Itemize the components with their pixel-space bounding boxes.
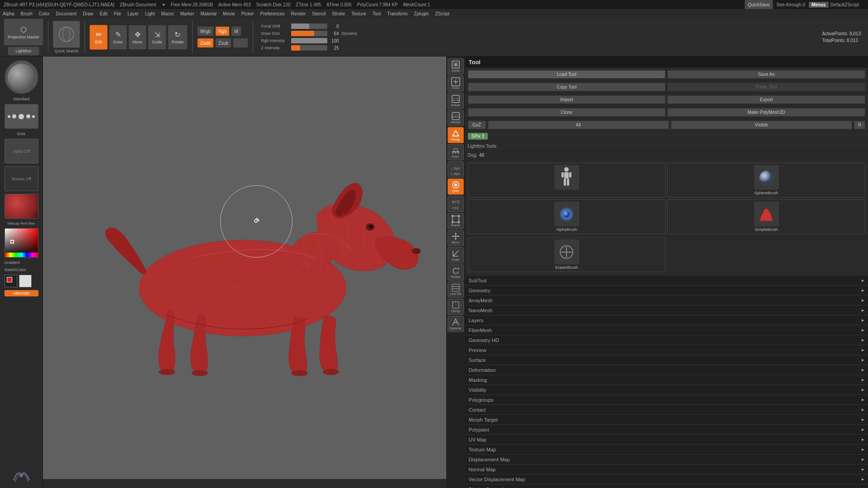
menu-document[interactable]: Document bbox=[56, 11, 77, 16]
menu-stroke[interactable]: Stroke bbox=[332, 11, 345, 16]
layers-section[interactable]: Layers ▸ bbox=[465, 315, 868, 325]
rotate-icon-btn[interactable]: Rotate bbox=[448, 264, 464, 281]
menu-brush[interactable]: Brush bbox=[21, 11, 33, 16]
arraymesh-section[interactable]: ArrayMesh ▸ bbox=[465, 295, 868, 305]
copy-tool-button[interactable]: Copy Tool bbox=[468, 83, 666, 91]
move-button[interactable]: ✥ Move bbox=[128, 25, 146, 50]
rgb-intensity-slider[interactable] bbox=[291, 38, 327, 43]
frame-icon-btn[interactable]: Frame bbox=[448, 213, 464, 229]
polypaint-section[interactable]: Polypaint ▸ bbox=[465, 424, 868, 434]
dynamic-icon-btn[interactable]: Dynamic bbox=[448, 316, 464, 332]
load-tool-button[interactable]: Load Tool bbox=[468, 70, 666, 79]
preview-section[interactable]: Preview ▸ bbox=[465, 345, 868, 355]
dots-preview[interactable] bbox=[5, 104, 38, 129]
aahalf-icon-btn[interactable]: AA½ AAHalf bbox=[448, 110, 464, 126]
paste-tool-button[interactable]: Paste Tool bbox=[667, 83, 865, 91]
draw-size-slider[interactable] bbox=[291, 31, 327, 36]
goz-button[interactable]: GoZ bbox=[468, 121, 486, 129]
deformation-section[interactable]: Deformation ▸ bbox=[465, 365, 868, 375]
menu-zplugin[interactable]: Zplugin bbox=[414, 11, 429, 16]
mrgb-button[interactable]: Mrgb bbox=[197, 26, 214, 36]
rgb-button[interactable]: Rgb bbox=[215, 26, 230, 36]
fibermesh-section[interactable]: FiberMesh ▸ bbox=[465, 325, 868, 335]
transp-icon-btn[interactable]: Transp bbox=[448, 299, 464, 315]
persp-icon-btn[interactable]: Persp bbox=[448, 127, 464, 143]
menu-material[interactable]: Material bbox=[201, 11, 217, 16]
vector-displacement-map-section[interactable]: Vector Displacement Map ▸ bbox=[465, 474, 868, 484]
texture-preview[interactable]: Texture Off bbox=[5, 166, 38, 191]
lsym-icon-btn[interactable]: L.Sym L.Sym bbox=[448, 161, 464, 178]
zoom-icon-btn[interactable]: Zoom bbox=[448, 75, 464, 92]
masking-section[interactable]: Masking ▸ bbox=[465, 375, 868, 385]
actual-icon-btn[interactable]: 1:1 Actual bbox=[448, 93, 464, 109]
spix-button[interactable]: SPix 3 bbox=[468, 133, 488, 140]
foreground-color-swatch[interactable] bbox=[5, 275, 17, 287]
m-button[interactable]: M bbox=[231, 26, 241, 36]
import-button[interactable]: Import bbox=[468, 95, 666, 104]
canvas-area[interactable] bbox=[43, 56, 446, 488]
scale-button[interactable]: ⇲ Scale bbox=[148, 25, 166, 50]
normal-map-section[interactable]: Normal Map ▸ bbox=[465, 464, 868, 474]
alpha-brush-item[interactable]: AlphaBrush bbox=[468, 199, 666, 234]
geometry-section[interactable]: Geometry ▸ bbox=[465, 285, 868, 295]
focal-shift-slider[interactable] bbox=[291, 23, 327, 29]
menu-edit[interactable]: Edit bbox=[100, 11, 108, 16]
subtool-section[interactable]: SubTool ▸ bbox=[465, 275, 868, 285]
display-properties-section[interactable]: Display Properties ▸ bbox=[465, 484, 868, 488]
menu-stencil[interactable]: Stencil bbox=[312, 11, 326, 16]
sphere-brush-item[interactable]: SphereBrush bbox=[667, 163, 865, 197]
canvas-inner[interactable] bbox=[43, 56, 446, 479]
alternate-button[interactable]: Alternate bbox=[5, 290, 38, 296]
edit-button[interactable]: ✏ Edit bbox=[90, 25, 108, 50]
menu-light[interactable]: Light bbox=[145, 11, 155, 16]
geometry-hd-section[interactable]: Geometry HD ▸ bbox=[465, 335, 868, 345]
make-polymesh3d-button[interactable]: Make PolyMesh3D bbox=[667, 108, 865, 117]
save-as-button[interactable]: Save As bbox=[667, 70, 865, 79]
zsub-button[interactable]: Zsub bbox=[215, 38, 231, 48]
r-button[interactable]: R bbox=[854, 121, 865, 129]
menu-movie[interactable]: Movie bbox=[223, 11, 235, 16]
move-icon-btn[interactable]: Move bbox=[448, 230, 464, 246]
simple-brush-item[interactable]: SimpleBrush bbox=[667, 199, 865, 234]
draw-button[interactable]: ✎ Draw bbox=[109, 25, 127, 50]
humanoid-brush-item[interactable] bbox=[468, 163, 666, 197]
polygroups-section[interactable]: Polygroups ▸ bbox=[465, 394, 868, 404]
zcut-button[interactable]: Zcut bbox=[233, 38, 248, 48]
eraser-brush-item[interactable]: EraserBrush bbox=[468, 237, 666, 272]
menu-zscript[interactable]: ZScript bbox=[435, 11, 449, 16]
visibility-section[interactable]: Visibility ▸ bbox=[465, 385, 868, 394]
menu-preferences[interactable]: Preferences bbox=[260, 11, 285, 16]
clone-button[interactable]: Clone bbox=[468, 108, 666, 117]
xyz-icon-btn[interactable]: XYZ XYZ bbox=[448, 196, 464, 212]
menu-picker[interactable]: Picker bbox=[241, 11, 254, 16]
brush-preview[interactable] bbox=[5, 60, 38, 94]
all-button[interactable]: All bbox=[488, 121, 669, 129]
rotate-button[interactable]: ↻ Rotate bbox=[168, 25, 188, 50]
menu-render[interactable]: Render bbox=[291, 11, 306, 16]
menu-draw[interactable]: Draw bbox=[83, 11, 93, 16]
projection-master-button[interactable]: ⬡ Projection Master bbox=[4, 19, 43, 46]
quick-save-button[interactable]: QuickSave bbox=[745, 0, 773, 9]
color-picker[interactable] bbox=[5, 228, 38, 258]
menu-texture[interactable]: Texture bbox=[351, 11, 366, 16]
material-preview[interactable] bbox=[5, 194, 38, 219]
background-color-swatch[interactable] bbox=[19, 275, 32, 287]
menu-marker[interactable]: Marker bbox=[180, 11, 194, 16]
texture-map-section[interactable]: Texture Map ▸ bbox=[465, 444, 868, 454]
menu-alpha[interactable]: Alpha bbox=[3, 11, 14, 16]
floor-icon-btn[interactable]: Floor bbox=[448, 144, 464, 160]
menu-layer[interactable]: Layer bbox=[127, 11, 139, 16]
zadd-button[interactable]: Zadd bbox=[197, 38, 214, 48]
scale-icon-btn[interactable]: Scale bbox=[448, 247, 464, 263]
scroll-icon-btn[interactable]: Scroll bbox=[448, 58, 464, 75]
nanomesh-section[interactable]: NanoMesh ▸ bbox=[465, 305, 868, 315]
menu-macro[interactable]: Macro bbox=[161, 11, 174, 16]
linefill-icon-btn[interactable]: Line Fill bbox=[448, 282, 464, 298]
morph-target-section[interactable]: Morph Target ▸ bbox=[465, 414, 868, 424]
menu-file[interactable]: File bbox=[114, 11, 121, 16]
surface-section[interactable]: Surface ▸ bbox=[465, 355, 868, 365]
color-spectrum[interactable] bbox=[5, 253, 38, 257]
qviz-icon-btn[interactable]: QViz bbox=[448, 178, 464, 195]
visible-button[interactable]: Visible bbox=[671, 121, 852, 129]
contact-section[interactable]: Contact ▸ bbox=[465, 404, 868, 414]
